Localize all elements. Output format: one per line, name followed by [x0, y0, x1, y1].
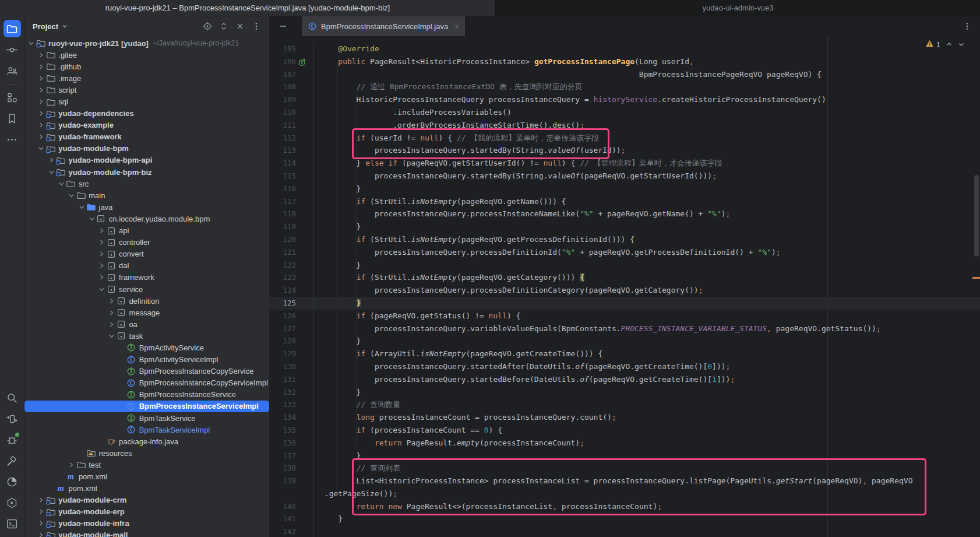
- tree-row-controller[interactable]: controller: [24, 237, 269, 248]
- line-number[interactable]: 108: [269, 80, 313, 93]
- next-problem-icon[interactable]: [958, 40, 965, 50]
- line-number[interactable]: 128: [269, 335, 313, 348]
- tree-row-yudao-module-infra[interactable]: yudao-module-infra: [24, 518, 269, 529]
- code-line-114[interactable]: 114 } else if (pageReqVO.getStartUserId(…: [269, 157, 980, 170]
- chevron-down-icon[interactable]: [61, 23, 68, 30]
- chevron-right-icon[interactable]: [37, 520, 45, 528]
- tree-row-.image[interactable]: .image: [24, 72, 269, 84]
- line-number[interactable]: 134: [269, 411, 313, 424]
- tree-row-test[interactable]: test: [24, 459, 269, 471]
- build-icon[interactable]: [3, 452, 21, 469]
- search-icon[interactable]: [3, 389, 21, 406]
- code-line-113[interactable]: 113 processInstanceQuery.startedBy(Strin…: [269, 144, 980, 157]
- code-line-128[interactable]: 128 }: [269, 335, 980, 348]
- tree-row-bpmtaskserviceimpl[interactable]: CBpmTaskServiceImpl: [24, 424, 269, 436]
- line-number[interactable]: 125: [269, 297, 313, 310]
- chevron-right-icon[interactable]: [37, 98, 45, 106]
- tree-row-bpmprocessinstancecopyservice[interactable]: IBpmProcessInstanceCopyService: [24, 366, 269, 377]
- inspections-widget[interactable]: 1: [925, 40, 965, 50]
- services-icon[interactable]: [3, 494, 21, 511]
- tree-row-yudao-module-crm[interactable]: yudao-module-crm: [24, 494, 269, 506]
- line-number[interactable]: 123: [269, 271, 313, 284]
- code-line-121[interactable]: 121 processInstanceQuery.processDefiniti…: [269, 246, 980, 259]
- line-number[interactable]: 142: [269, 525, 313, 537]
- chevron-right-icon[interactable]: [37, 110, 45, 118]
- line-number[interactable]: 105: [269, 43, 313, 55]
- line-number[interactable]: 115: [269, 170, 313, 182]
- tree-row-definition[interactable]: definition: [24, 295, 269, 307]
- tree-row-bpmprocessinstanceservice[interactable]: IBpmProcessInstanceService: [24, 389, 269, 401]
- chevron-down-icon[interactable]: [107, 332, 116, 340]
- tree-row-message[interactable]: message: [24, 307, 269, 318]
- tree-row-bpmtaskservice[interactable]: IBpmTaskService: [24, 412, 269, 424]
- endpoints-icon[interactable]: [3, 410, 21, 427]
- chevron-down-icon[interactable]: [67, 191, 76, 199]
- line-number[interactable]: 137: [269, 450, 313, 462]
- chevron-down-icon[interactable]: [57, 180, 66, 188]
- tree-row-main[interactable]: main: [24, 189, 269, 201]
- chevron-down-icon[interactable]: [97, 285, 106, 293]
- options-icon[interactable]: [249, 19, 263, 33]
- code-line-107[interactable]: 107 BpmProcessInstancePageReqVO pageReqV…: [269, 68, 980, 81]
- chevron-down-icon[interactable]: [47, 168, 56, 176]
- chevron-right-icon[interactable]: [97, 238, 106, 247]
- code-line-127[interactable]: 127 processInstanceQuery.variableValueEq…: [269, 322, 980, 335]
- line-number[interactable]: 114: [269, 157, 313, 170]
- structure-icon[interactable]: [3, 89, 21, 106]
- tree-row-yudao-framework[interactable]: yudao-framework: [24, 131, 269, 143]
- select-opened-file-icon[interactable]: [200, 19, 214, 33]
- line-number[interactable]: 130: [269, 360, 313, 373]
- expand-all-icon[interactable]: [217, 19, 231, 33]
- line-number[interactable]: 136: [269, 437, 313, 450]
- collapse-all-icon[interactable]: [233, 19, 247, 33]
- code-line-119[interactable]: 119 }: [269, 220, 980, 233]
- line-number[interactable]: 131: [269, 373, 313, 386]
- chevron-right-icon[interactable]: [37, 496, 45, 504]
- commit-icon[interactable]: [3, 41, 21, 58]
- tree-row-yudao-module-bpm-biz[interactable]: yudao-module-bpm-biz: [24, 166, 269, 178]
- tree-row-.gitee[interactable]: .gitee: [24, 49, 269, 61]
- line-number[interactable]: 116: [269, 182, 313, 195]
- code-line-125[interactable]: 125 }: [269, 297, 980, 310]
- line-number[interactable]: 140: [269, 500, 313, 513]
- code-line-124[interactable]: 124 processInstanceQuery.processDefiniti…: [269, 284, 980, 297]
- chevron-down-icon[interactable]: [77, 203, 86, 211]
- editor-scrollbar[interactable]: [974, 175, 979, 257]
- tree-row-service[interactable]: service: [24, 283, 269, 295]
- tree-row-bpmprocessinstanceserviceimpl[interactable]: CBpmProcessInstanceServiceImpl: [24, 401, 269, 412]
- chevron-down-icon[interactable]: [87, 215, 96, 223]
- line-number[interactable]: 106I: [269, 55, 313, 68]
- tab-options-kebab-icon[interactable]: [961, 22, 973, 30]
- profiler-icon[interactable]: [3, 473, 21, 490]
- code-line-140[interactable]: 140 return new PageResult<>(processInsta…: [269, 500, 980, 513]
- code-line-139[interactable]: 139 List<HistoricProcessInstance> proces…: [269, 475, 980, 487]
- tree-row-package-info.java[interactable]: package-info.java: [24, 436, 269, 447]
- tree-row-bpmactivityserviceimpl[interactable]: CBpmActivityServiceImpl: [24, 354, 269, 366]
- chevron-right-icon[interactable]: [107, 320, 116, 328]
- tree-row-api[interactable]: api: [24, 225, 269, 237]
- line-number[interactable]: 126: [269, 310, 313, 322]
- line-number[interactable]: 112: [269, 132, 313, 145]
- line-number[interactable]: 139: [269, 475, 313, 487]
- tree-row-bpmactivityservice[interactable]: IBpmActivityService: [24, 342, 269, 353]
- line-number[interactable]: 110: [269, 106, 313, 119]
- tree-row-yudao-module-erp[interactable]: yudao-module-erp: [24, 506, 269, 518]
- code-line-137[interactable]: 137 }: [269, 450, 980, 462]
- tab-bpmprocessinstanceserviceimpl[interactable]: C BpmProcessInstanceServiceImpl.java ×: [302, 16, 465, 36]
- tree-row-yudao-module-bpm[interactable]: yudao-module-bpm: [24, 143, 269, 155]
- tree-row-yudao-dependencies[interactable]: yudao-dependencies: [24, 108, 269, 120]
- code-line-141[interactable]: 141 }: [269, 513, 980, 525]
- code-line-132[interactable]: 132 }: [269, 386, 980, 399]
- previous-problem-icon[interactable]: [946, 40, 953, 50]
- close-icon[interactable]: ×: [454, 22, 459, 31]
- code-line-117[interactable]: 117 if (StrUtil.isNotEmpty(pageReqVO.get…: [269, 195, 980, 208]
- line-number[interactable]: 117: [269, 195, 313, 208]
- inactive-window-title[interactable]: yudao-ui-admin-vue3: [495, 0, 980, 16]
- code-line-130[interactable]: 130 processInstanceQuery.startedAfter(Da…: [269, 360, 980, 373]
- tree-row-sql[interactable]: sql: [24, 96, 269, 107]
- error-stripe-warning-mark[interactable]: [972, 277, 980, 279]
- line-number[interactable]: 107: [269, 68, 313, 81]
- tree-row-dal[interactable]: dal: [24, 260, 269, 272]
- code-line-135[interactable]: 135 if (processInstanceCount == 0) {: [269, 424, 980, 437]
- tree-row-task[interactable]: task: [24, 330, 269, 342]
